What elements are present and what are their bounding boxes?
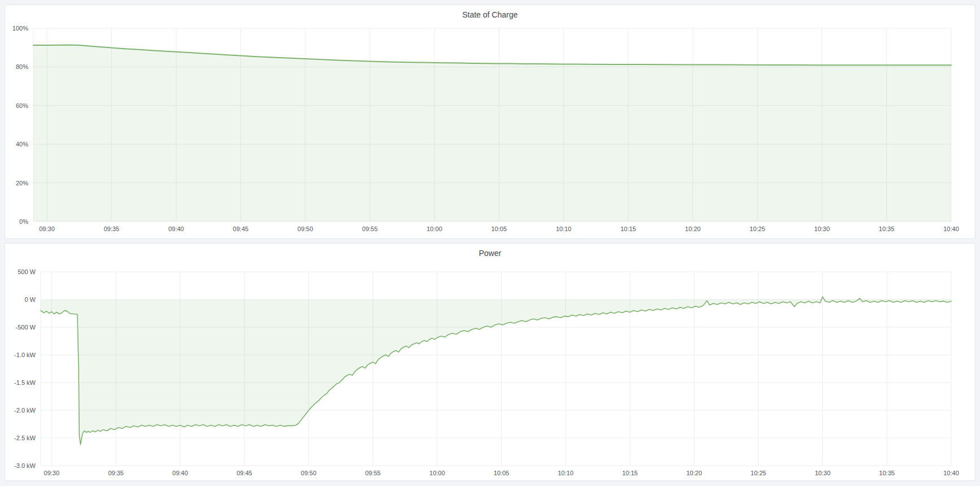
panel-title-power[interactable]: Power xyxy=(5,249,975,258)
x-tick-label: 10:20 xyxy=(685,225,701,232)
x-tick-label: 10:05 xyxy=(491,225,507,232)
x-tick-label: 09:50 xyxy=(301,470,317,476)
x-tick-label: 10:25 xyxy=(750,470,766,476)
panel-power: Power 500 W0 W-500 W-1.0 kW-1.5 kW-2.0 k… xyxy=(5,243,975,481)
y-tick-label: 100% xyxy=(12,25,28,32)
x-tick-label: 09:55 xyxy=(365,470,381,476)
series-area xyxy=(33,45,951,222)
x-tick-label: 10:35 xyxy=(879,470,895,476)
x-tick-label: 09:35 xyxy=(108,470,124,476)
y-tick-label: -2.5 kW xyxy=(14,435,36,441)
x-tick-label: 09:30 xyxy=(39,225,55,232)
x-tick-label: 10:40 xyxy=(943,225,959,232)
series-area xyxy=(41,297,951,445)
y-tick-label: -1.0 kW xyxy=(14,352,36,358)
panel-title-state-of-charge[interactable]: State of Charge xyxy=(5,10,975,19)
x-tick-label: 10:10 xyxy=(556,225,572,232)
x-tick-label: 09:45 xyxy=(236,470,252,476)
power-chart[interactable]: 500 W0 W-500 W-1.0 kW-1.5 kW-2.0 kW-2.5 … xyxy=(5,244,975,480)
x-tick-label: 10:10 xyxy=(558,470,574,476)
x-tick-label: 10:40 xyxy=(943,470,959,476)
x-tick-label: 10:00 xyxy=(429,470,445,476)
x-tick-label: 09:35 xyxy=(103,225,119,232)
x-tick-label: 09:30 xyxy=(44,470,60,476)
x-tick-label: 09:50 xyxy=(297,225,313,232)
y-tick-label: -2.0 kW xyxy=(14,407,36,414)
y-tick-label: 20% xyxy=(16,180,28,186)
x-tick-label: 10:00 xyxy=(427,225,443,232)
y-tick-label: -1.5 kW xyxy=(14,379,36,386)
x-tick-label: 10:15 xyxy=(620,225,636,232)
x-tick-label: 09:40 xyxy=(172,470,188,476)
y-tick-label: 80% xyxy=(16,63,28,70)
x-tick-label: 10:15 xyxy=(622,470,638,476)
x-tick-label: 10:35 xyxy=(879,225,895,232)
y-tick-label: 60% xyxy=(16,102,28,109)
x-tick-label: 09:55 xyxy=(362,225,378,232)
state-of-charge-svg: 100%80%60%40%20%0%09:3009:3509:4009:4509… xyxy=(5,5,973,238)
x-tick-label: 10:30 xyxy=(814,225,830,232)
dashboard: State of Charge 100%80%60%40%20%0%09:300… xyxy=(0,5,980,481)
x-tick-label: 10:05 xyxy=(494,470,510,476)
y-tick-label: 0% xyxy=(19,218,28,225)
x-tick-label: 10:20 xyxy=(687,470,702,476)
panel-state-of-charge: State of Charge 100%80%60%40%20%0%09:300… xyxy=(5,5,975,239)
x-tick-label: 10:25 xyxy=(750,225,766,232)
y-tick-label: -3.0 kW xyxy=(14,462,36,469)
state-of-charge-chart[interactable]: 100%80%60%40%20%0%09:3009:3509:4009:4509… xyxy=(5,5,975,238)
x-tick-label: 09:45 xyxy=(233,225,249,232)
x-tick-label: 09:40 xyxy=(169,225,184,232)
power-svg: 500 W0 W-500 W-1.0 kW-1.5 kW-2.0 kW-2.5 … xyxy=(5,244,973,480)
y-tick-label: 0 W xyxy=(24,296,36,303)
y-tick-label: 500 W xyxy=(18,268,36,275)
y-tick-label: -500 W xyxy=(16,324,36,331)
x-tick-label: 10:30 xyxy=(815,470,831,476)
y-tick-label: 40% xyxy=(16,141,28,147)
